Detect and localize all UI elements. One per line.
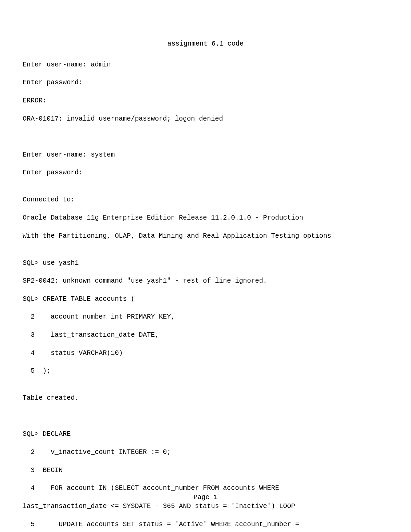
terminal-output: Enter user-name: admin Enter password: E… [23, 51, 388, 532]
output-line: ORA-01017: invalid username/password; lo… [23, 114, 388, 123]
output-line: With the Partitioning, OLAP, Data Mining… [23, 232, 388, 240]
output-line: SP2-0042: unknown command "use yash1" - … [23, 276, 388, 285]
sql-wrap-line: last_transaction_date <= SYSDATE - 365 A… [23, 502, 388, 511]
output-line: Enter password: [23, 168, 388, 177]
output-line: Oracle Database 11g Enterprise Edition R… [23, 213, 388, 222]
output-line: Enter user-name: system [23, 150, 388, 159]
output-line: Connected to: [23, 195, 388, 204]
sql-numbered-line: 3 last_transaction_date DATE, [23, 331, 388, 339]
sql-numbered-line: 2 account_number int PRIMARY KEY, [23, 312, 388, 321]
sql-prompt-line: SQL> DECLARE [23, 430, 388, 438]
output-line: Enter user-name: admin [23, 60, 388, 69]
sql-numbered-line: 2 v_inactive_count INTEGER := 0; [23, 448, 388, 457]
sql-numbered-line: 5 UPDATE accounts SET status = 'Active' … [23, 520, 388, 529]
output-line: Enter password: [23, 78, 388, 87]
document-title: assignment 6.1 code [23, 39, 388, 48]
page-number: Page 1 [0, 493, 411, 502]
sql-numbered-line: 4 status VARCHAR(10) [23, 349, 388, 358]
sql-numbered-line: 3 BEGIN [23, 466, 388, 475]
sql-numbered-line: 5 ); [23, 367, 388, 375]
sql-numbered-line: 4 FOR account IN (SELECT account_number … [23, 484, 388, 493]
output-line: ERROR: [23, 96, 388, 105]
sql-prompt-line: SQL> CREATE TABLE accounts ( [23, 295, 388, 304]
sql-prompt-line: SQL> use yash1 [23, 259, 388, 268]
output-line: Table created. [23, 394, 388, 403]
